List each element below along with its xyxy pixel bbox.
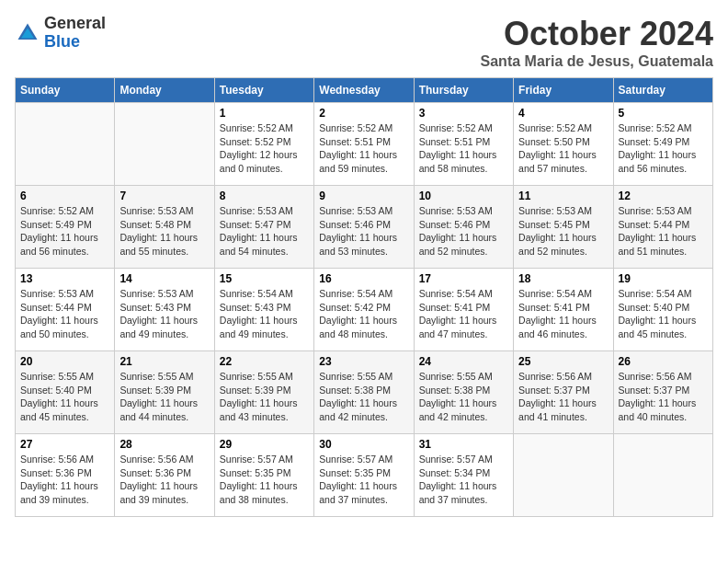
- day-number: 24: [419, 355, 508, 368]
- day-number: 12: [619, 190, 708, 202]
- calendar-cell: [613, 434, 712, 517]
- day-info: Sunrise: 5:53 AM Sunset: 5:43 PM Dayligh…: [119, 287, 209, 341]
- day-info: Sunrise: 5:55 AM Sunset: 5:38 PM Dayligh…: [319, 370, 408, 424]
- day-number: 28: [119, 438, 209, 451]
- calendar-cell: 21Sunrise: 5:55 AM Sunset: 5:39 PM Dayli…: [115, 351, 214, 434]
- calendar-week-4: 20Sunrise: 5:55 AM Sunset: 5:40 PM Dayli…: [16, 351, 713, 434]
- day-info: Sunrise: 5:53 AM Sunset: 5:45 PM Dayligh…: [518, 204, 608, 259]
- calendar-cell: 2Sunrise: 5:52 AM Sunset: 5:51 PM Daylig…: [314, 103, 414, 186]
- calendar-cell: 3Sunrise: 5:52 AM Sunset: 5:51 PM Daylig…: [414, 103, 513, 186]
- weekday-header-wednesday: Wednesday: [314, 78, 414, 103]
- day-number: 30: [319, 438, 408, 451]
- page-header: General Blue October 2024 Santa Maria de…: [15, 15, 713, 70]
- day-info: Sunrise: 5:53 AM Sunset: 5:48 PM Dayligh…: [119, 204, 209, 259]
- day-number: 3: [419, 107, 508, 120]
- calendar-cell: 27Sunrise: 5:56 AM Sunset: 5:36 PM Dayli…: [16, 434, 115, 517]
- day-info: Sunrise: 5:55 AM Sunset: 5:38 PM Dayligh…: [419, 370, 508, 424]
- calendar-cell: 8Sunrise: 5:53 AM Sunset: 5:47 PM Daylig…: [214, 186, 313, 269]
- calendar-week-2: 6Sunrise: 5:52 AM Sunset: 5:49 PM Daylig…: [16, 186, 713, 269]
- day-info: Sunrise: 5:52 AM Sunset: 5:51 PM Dayligh…: [319, 121, 408, 176]
- calendar-cell: [115, 103, 214, 186]
- day-number: 18: [518, 272, 608, 285]
- calendar-cell: 22Sunrise: 5:55 AM Sunset: 5:39 PM Dayli…: [214, 351, 313, 434]
- weekday-header-row: SundayMondayTuesdayWednesdayThursdayFrid…: [16, 78, 713, 103]
- day-number: 1: [220, 107, 309, 120]
- day-number: 10: [419, 190, 508, 202]
- location: Santa Maria de Jesus, Guatemala: [481, 53, 713, 70]
- calendar-week-5: 27Sunrise: 5:56 AM Sunset: 5:36 PM Dayli…: [16, 434, 713, 517]
- weekday-header-tuesday: Tuesday: [214, 78, 313, 103]
- day-info: Sunrise: 5:53 AM Sunset: 5:44 PM Dayligh…: [20, 287, 109, 341]
- day-number: 25: [518, 355, 608, 368]
- day-number: 9: [319, 190, 408, 202]
- day-info: Sunrise: 5:54 AM Sunset: 5:43 PM Dayligh…: [220, 287, 309, 341]
- calendar-cell: 7Sunrise: 5:53 AM Sunset: 5:48 PM Daylig…: [115, 186, 214, 269]
- day-number: 19: [619, 272, 708, 285]
- calendar-cell: 12Sunrise: 5:53 AM Sunset: 5:44 PM Dayli…: [613, 186, 712, 269]
- calendar-cell: 15Sunrise: 5:54 AM Sunset: 5:43 PM Dayli…: [214, 269, 313, 351]
- month-title: October 2024: [481, 15, 713, 53]
- day-number: 4: [518, 107, 608, 120]
- calendar-cell: 18Sunrise: 5:54 AM Sunset: 5:41 PM Dayli…: [514, 269, 613, 351]
- calendar-cell: 1Sunrise: 5:52 AM Sunset: 5:52 PM Daylig…: [214, 103, 313, 186]
- calendar-cell: 23Sunrise: 5:55 AM Sunset: 5:38 PM Dayli…: [314, 351, 414, 434]
- day-info: Sunrise: 5:57 AM Sunset: 5:35 PM Dayligh…: [220, 453, 309, 507]
- day-number: 5: [619, 107, 708, 120]
- day-info: Sunrise: 5:52 AM Sunset: 5:52 PM Dayligh…: [220, 121, 309, 176]
- day-number: 11: [518, 190, 608, 202]
- day-number: 31: [419, 438, 508, 451]
- day-number: 2: [319, 107, 408, 120]
- day-number: 29: [220, 438, 309, 451]
- day-info: Sunrise: 5:57 AM Sunset: 5:34 PM Dayligh…: [419, 453, 508, 507]
- day-info: Sunrise: 5:56 AM Sunset: 5:37 PM Dayligh…: [518, 370, 608, 424]
- day-info: Sunrise: 5:54 AM Sunset: 5:41 PM Dayligh…: [419, 287, 508, 341]
- day-info: Sunrise: 5:55 AM Sunset: 5:39 PM Dayligh…: [220, 370, 309, 424]
- day-number: 21: [119, 355, 209, 368]
- day-number: 7: [119, 190, 209, 202]
- calendar-week-3: 13Sunrise: 5:53 AM Sunset: 5:44 PM Dayli…: [16, 269, 713, 351]
- logo: General Blue: [15, 15, 106, 52]
- calendar-cell: 11Sunrise: 5:53 AM Sunset: 5:45 PM Dayli…: [514, 186, 613, 269]
- calendar-cell: 5Sunrise: 5:52 AM Sunset: 5:49 PM Daylig…: [613, 103, 712, 186]
- day-number: 6: [20, 190, 109, 202]
- weekday-header-friday: Friday: [514, 78, 613, 103]
- calendar-cell: 14Sunrise: 5:53 AM Sunset: 5:43 PM Dayli…: [115, 269, 214, 351]
- calendar-cell: 13Sunrise: 5:53 AM Sunset: 5:44 PM Dayli…: [16, 269, 115, 351]
- day-info: Sunrise: 5:54 AM Sunset: 5:40 PM Dayligh…: [619, 287, 708, 341]
- day-info: Sunrise: 5:52 AM Sunset: 5:49 PM Dayligh…: [20, 204, 109, 259]
- day-number: 16: [319, 272, 408, 285]
- calendar-header: SundayMondayTuesdayWednesdayThursdayFrid…: [16, 78, 713, 103]
- calendar-cell: 10Sunrise: 5:53 AM Sunset: 5:46 PM Dayli…: [414, 186, 513, 269]
- day-info: Sunrise: 5:52 AM Sunset: 5:50 PM Dayligh…: [518, 121, 608, 176]
- calendar-cell: [16, 103, 115, 186]
- day-number: 20: [20, 355, 109, 368]
- calendar-cell: 24Sunrise: 5:55 AM Sunset: 5:38 PM Dayli…: [414, 351, 513, 434]
- calendar-cell: 25Sunrise: 5:56 AM Sunset: 5:37 PM Dayli…: [514, 351, 613, 434]
- calendar-week-1: 1Sunrise: 5:52 AM Sunset: 5:52 PM Daylig…: [16, 103, 713, 186]
- calendar-table: SundayMondayTuesdayWednesdayThursdayFrid…: [15, 77, 713, 517]
- day-info: Sunrise: 5:53 AM Sunset: 5:47 PM Dayligh…: [220, 204, 309, 259]
- logo-text: General Blue: [44, 15, 106, 52]
- day-info: Sunrise: 5:55 AM Sunset: 5:39 PM Dayligh…: [119, 370, 209, 424]
- day-info: Sunrise: 5:53 AM Sunset: 5:46 PM Dayligh…: [419, 204, 508, 259]
- calendar-cell: 4Sunrise: 5:52 AM Sunset: 5:50 PM Daylig…: [514, 103, 613, 186]
- title-block: October 2024 Santa Maria de Jesus, Guate…: [481, 15, 713, 70]
- calendar-cell: 19Sunrise: 5:54 AM Sunset: 5:40 PM Dayli…: [613, 269, 712, 351]
- logo-blue: Blue: [44, 33, 106, 52]
- day-info: Sunrise: 5:56 AM Sunset: 5:36 PM Dayligh…: [20, 453, 109, 507]
- day-number: 27: [20, 438, 109, 451]
- day-info: Sunrise: 5:55 AM Sunset: 5:40 PM Dayligh…: [20, 370, 109, 424]
- weekday-header-sunday: Sunday: [16, 78, 115, 103]
- day-info: Sunrise: 5:53 AM Sunset: 5:46 PM Dayligh…: [319, 204, 408, 259]
- day-info: Sunrise: 5:56 AM Sunset: 5:37 PM Dayligh…: [619, 370, 708, 424]
- calendar-body: 1Sunrise: 5:52 AM Sunset: 5:52 PM Daylig…: [16, 103, 713, 517]
- day-info: Sunrise: 5:52 AM Sunset: 5:49 PM Dayligh…: [619, 121, 708, 176]
- day-number: 14: [119, 272, 209, 285]
- calendar-cell: 9Sunrise: 5:53 AM Sunset: 5:46 PM Daylig…: [314, 186, 414, 269]
- calendar-cell: 30Sunrise: 5:57 AM Sunset: 5:35 PM Dayli…: [314, 434, 414, 517]
- calendar-cell: 6Sunrise: 5:52 AM Sunset: 5:49 PM Daylig…: [16, 186, 115, 269]
- day-info: Sunrise: 5:56 AM Sunset: 5:36 PM Dayligh…: [119, 453, 209, 507]
- day-number: 22: [220, 355, 309, 368]
- logo-general: General: [44, 15, 106, 33]
- day-number: 8: [220, 190, 309, 202]
